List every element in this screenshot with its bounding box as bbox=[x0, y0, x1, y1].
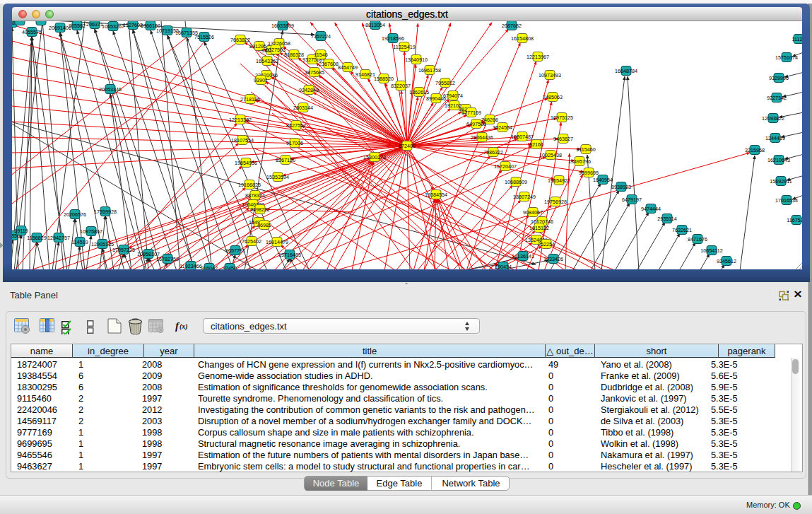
svg-text:1527602: 1527602 bbox=[123, 22, 143, 28]
svg-text:15300273: 15300273 bbox=[363, 154, 386, 160]
svg-text:917006: 917006 bbox=[286, 140, 303, 146]
svg-text:20206576: 20206576 bbox=[64, 211, 86, 218]
svg-text:872400: 872400 bbox=[399, 143, 416, 149]
svg-text:11923466: 11923466 bbox=[180, 263, 201, 269]
svg-text:16154808: 16154808 bbox=[511, 35, 534, 42]
svg-text:10654112: 10654112 bbox=[700, 247, 722, 254]
svg-text:1167534: 1167534 bbox=[787, 217, 802, 223]
svg-text:16914479: 16914479 bbox=[266, 239, 288, 245]
svg-text:12905135: 12905135 bbox=[91, 241, 114, 247]
svg-text:11124: 11124 bbox=[792, 36, 802, 42]
svg-text:16782759: 16782759 bbox=[156, 256, 179, 262]
svg-text:15720407: 15720407 bbox=[494, 163, 517, 170]
svg-text:1588520: 1588520 bbox=[374, 76, 394, 82]
svg-text:3624554: 3624554 bbox=[493, 124, 512, 131]
svg-text:8427552: 8427552 bbox=[286, 122, 306, 129]
svg-text:23364436: 23364436 bbox=[471, 134, 493, 141]
svg-text:19218596: 19218596 bbox=[382, 35, 404, 42]
svg-text:16961758: 16961758 bbox=[418, 67, 441, 74]
svg-text:19654923: 19654923 bbox=[548, 177, 570, 184]
svg-text:8186328: 8186328 bbox=[284, 52, 304, 58]
svg-text:1640954: 1640954 bbox=[593, 177, 613, 183]
svg-text:13495796: 13495796 bbox=[568, 158, 591, 165]
svg-text:8938923: 8938923 bbox=[611, 184, 631, 190]
svg-text:6794074: 6794074 bbox=[443, 93, 463, 99]
svg-text:7955812: 7955812 bbox=[435, 80, 455, 86]
svg-text:16543362: 16543362 bbox=[256, 58, 278, 64]
svg-text:1156829: 1156829 bbox=[27, 235, 46, 241]
svg-text:9146821: 9146821 bbox=[355, 71, 375, 78]
svg-text:16033809: 16033809 bbox=[271, 23, 294, 29]
svg-text:905562: 905562 bbox=[69, 23, 86, 29]
svg-text:9245612: 9245612 bbox=[717, 258, 736, 264]
svg-text:2803144: 2803144 bbox=[293, 105, 313, 111]
svg-text:7357224: 7357224 bbox=[311, 33, 331, 40]
svg-text:13640910: 13640910 bbox=[405, 57, 428, 63]
svg-text:12213967: 12213967 bbox=[526, 54, 549, 60]
svg-text:92450: 92450 bbox=[223, 265, 237, 270]
svg-text:8813054: 8813054 bbox=[365, 22, 385, 28]
svg-text:9777169: 9777169 bbox=[461, 110, 481, 116]
svg-text:11546: 11546 bbox=[314, 52, 327, 58]
svg-text:17957225: 17957225 bbox=[112, 247, 135, 253]
svg-text:3875685: 3875685 bbox=[305, 69, 324, 76]
svg-text:12975125: 12975125 bbox=[551, 115, 573, 121]
svg-text:7663822: 7663822 bbox=[230, 37, 250, 43]
svg-text:19756928: 19756928 bbox=[544, 199, 567, 205]
svg-text:10025438: 10025438 bbox=[539, 152, 562, 158]
svg-text:6479197: 6479197 bbox=[622, 197, 642, 203]
svg-text:3215958: 3215958 bbox=[745, 147, 765, 153]
svg-text:19654956: 19654956 bbox=[235, 160, 257, 166]
svg-text:7515526: 7515526 bbox=[194, 34, 214, 40]
svg-text:1244419: 1244419 bbox=[765, 135, 785, 141]
svg-text:9327503: 9327503 bbox=[266, 47, 286, 53]
svg-text:7625402: 7625402 bbox=[242, 238, 261, 245]
svg-text:10807487: 10807487 bbox=[511, 134, 534, 140]
svg-text:8267130: 8267130 bbox=[276, 157, 295, 163]
svg-text:206371: 206371 bbox=[86, 21, 103, 28]
svg-text:19166825: 19166825 bbox=[238, 182, 261, 188]
svg-text:11325419: 11325419 bbox=[393, 44, 415, 50]
svg-text:7986322: 7986322 bbox=[483, 149, 503, 156]
svg-text:1733426: 1733426 bbox=[543, 256, 563, 262]
svg-text:2087682: 2087682 bbox=[502, 23, 522, 29]
svg-text:1362615: 1362615 bbox=[409, 89, 429, 95]
svg-text:12093822: 12093822 bbox=[762, 115, 784, 122]
svg-text:9329996: 9329996 bbox=[769, 75, 789, 81]
svg-text:93901: 93901 bbox=[254, 77, 268, 83]
svg-text:17359928: 17359928 bbox=[94, 209, 117, 215]
svg-text:10975867: 10975867 bbox=[80, 228, 102, 235]
svg-text:12942757: 12942757 bbox=[47, 235, 70, 241]
svg-text:6497508: 6497508 bbox=[466, 121, 486, 127]
svg-text:12213382: 12213382 bbox=[229, 117, 252, 123]
svg-text:252254: 252254 bbox=[538, 241, 555, 247]
svg-text:114519: 114519 bbox=[71, 239, 88, 245]
svg-text:19384554: 19384554 bbox=[425, 192, 447, 198]
svg-text:1615132: 1615132 bbox=[529, 225, 549, 231]
svg-text:15353594: 15353594 bbox=[266, 174, 289, 180]
svg-text:9463627: 9463627 bbox=[553, 136, 573, 142]
svg-text:4498222: 4498222 bbox=[250, 206, 270, 213]
svg-text:9699695: 9699695 bbox=[579, 170, 599, 176]
svg-text:9084067: 9084067 bbox=[523, 209, 543, 216]
svg-text:2935114: 2935114 bbox=[657, 216, 676, 222]
svg-text:9657791: 9657791 bbox=[225, 247, 245, 254]
svg-text:15716485: 15716485 bbox=[278, 252, 301, 258]
svg-text:9474444: 9474444 bbox=[641, 206, 661, 212]
svg-text:20053346: 20053346 bbox=[99, 86, 122, 93]
svg-text:14136141: 14136141 bbox=[512, 253, 534, 259]
svg-text:15751074: 15751074 bbox=[775, 54, 798, 61]
svg-text:10653267: 10653267 bbox=[102, 23, 124, 30]
svg-text:(x): (x) bbox=[180, 322, 188, 331]
svg-text:9242848: 9242848 bbox=[299, 87, 319, 93]
svg-text:8454749: 8454749 bbox=[338, 64, 358, 71]
svg-text:2718126: 2718126 bbox=[240, 96, 260, 103]
svg-text:62160: 62160 bbox=[529, 141, 543, 148]
svg-text:7485063: 7485063 bbox=[543, 94, 563, 100]
svg-text:190434: 190434 bbox=[495, 264, 512, 270]
svg-text:4055575: 4055575 bbox=[22, 29, 42, 35]
svg-text:39119: 39119 bbox=[14, 228, 28, 234]
svg-text:17016534: 17016534 bbox=[775, 197, 798, 204]
svg-text:8322037: 8322037 bbox=[391, 83, 411, 89]
svg-text:2367608: 2367608 bbox=[319, 61, 339, 67]
